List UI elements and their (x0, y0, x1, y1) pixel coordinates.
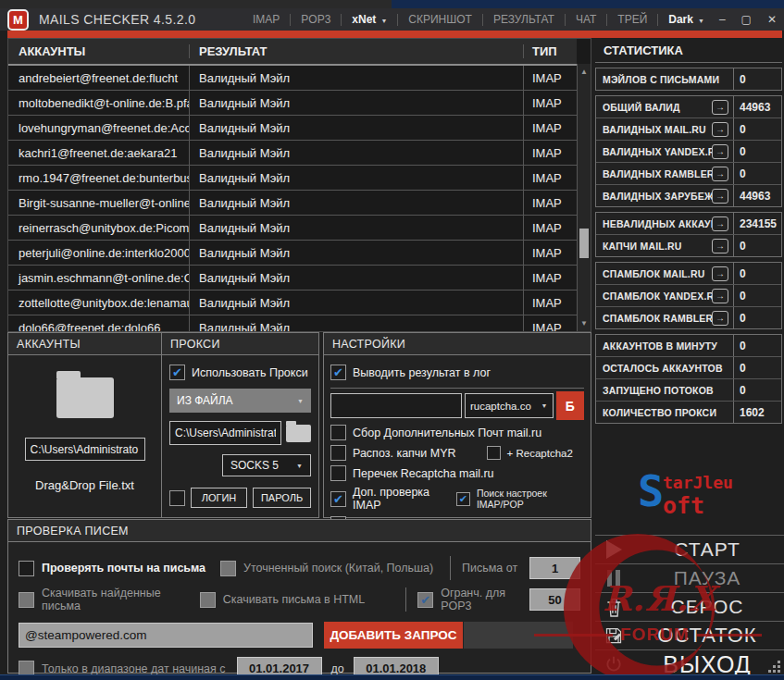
download-found-checkbox[interactable] (19, 592, 34, 608)
minimize-button[interactable]: ‒ (719, 13, 726, 26)
captcha-myr-checkbox[interactable] (330, 445, 346, 461)
stat-row: НЕВАЛИДНЫХ АККАУНТОВ→234155 (596, 213, 781, 235)
top-menu: IMAP POP3 xNet▼ СКРИНШОТ РЕЗУЛЬТАТ ЧАТ Т… (253, 13, 704, 26)
export-arrow-icon[interactable]: → (712, 239, 728, 253)
proxy-path-input[interactable] (169, 421, 281, 445)
divider (405, 587, 406, 612)
table-row[interactable]: dolo66@freenet.de:dolo66Валидный МэйлIMA… (8, 315, 577, 332)
recheck-recaptcha-checkbox[interactable] (330, 465, 346, 481)
table-row[interactable]: jasmin.eschmann@t-online.de:OttenВалидны… (8, 266, 577, 291)
theme-selector[interactable]: Dark▼ (668, 13, 704, 26)
menu-item-result[interactable]: РЕЗУЛЬТАТ (493, 13, 554, 26)
reset-button[interactable]: СБРОС (595, 592, 784, 621)
add-query-button[interactable]: ДОБАВИТЬ ЗАПРОС (324, 622, 463, 649)
imap-check-checkbox[interactable] (330, 491, 346, 507)
stats-group: СПАМБЛОК MAIL.RU→0 СПАМБЛОК YANDEX.RU→0 … (595, 262, 782, 329)
recaptcha2-checkbox[interactable] (487, 446, 501, 460)
stat-value: 0 (733, 335, 781, 356)
table-row[interactable]: andrebeiert@freenet.de:fluchtВалидный Мэ… (8, 66, 577, 91)
letters-from-label: Письма от (462, 562, 517, 575)
scrollbar-thumb[interactable] (579, 229, 589, 258)
table-row[interactable]: peterjuli@online.de:interklo2000Валидный… (8, 241, 577, 266)
menu-item-screenshot[interactable]: СКРИНШОТ (408, 13, 472, 26)
scroll-down-icon[interactable]: ▼ (578, 319, 591, 328)
stat-value: 0 (733, 68, 781, 90)
pause-button[interactable]: ПАУЗА (595, 563, 784, 592)
table-row[interactable]: rmo.1947@freenet.de:bunterbusВалидный Мэ… (8, 166, 577, 191)
table-row[interactable]: moltobenedikt@t-online.de:B.pfaff65Валид… (8, 91, 577, 116)
table-row[interactable]: kachri1@freenet.de:aekara21Валидный Мэйл… (8, 141, 577, 166)
brand-logo: S tarJleu oft (638, 473, 741, 525)
table-header: АККАУНТЫ РЕЗУЛЬТАТ ТИП (8, 39, 577, 66)
desktop-sliver-top (0, 0, 784, 8)
stat-row: ОБЩИЙ ВАЛИД→44963 (596, 96, 781, 118)
captcha-key-input[interactable] (330, 393, 462, 418)
export-arrow-icon[interactable]: → (712, 167, 728, 181)
start-button[interactable]: СТАРТ (595, 535, 784, 563)
menu-separator (657, 14, 658, 26)
proxy-auth-checkbox[interactable] (169, 490, 185, 506)
export-arrow-icon[interactable]: → (712, 266, 728, 281)
table-row[interactable]: zottellotte@unitybox.de:lenamaus77Валидн… (8, 291, 577, 315)
stat-value: 44963 (733, 185, 781, 206)
window-controls: ‒ ▢ ✕ (719, 13, 777, 26)
menu-item-chat[interactable]: ЧАТ (576, 13, 596, 26)
letters-from-input[interactable] (529, 557, 580, 579)
export-arrow-icon[interactable]: → (712, 144, 728, 159)
resize-grip[interactable] (769, 661, 780, 673)
table-scrollbar[interactable]: ▲ ▼ (577, 64, 591, 331)
maximize-button[interactable]: ▢ (741, 13, 752, 26)
folder-icon[interactable] (286, 425, 311, 442)
query-queue-box (464, 622, 573, 649)
export-arrow-icon[interactable]: → (712, 289, 728, 303)
captcha-service-dropdown[interactable]: rucaptcha.co▼ (465, 393, 554, 418)
chevron-down-icon: ▼ (296, 463, 303, 469)
proxy-type-dropdown[interactable]: SOCKS 5▼ (222, 454, 311, 476)
query-input[interactable] (19, 623, 313, 648)
proxy-panel-title: ПРОКСИ (162, 333, 318, 355)
chevron-down-icon: ▼ (541, 402, 548, 409)
menu-item-xnet[interactable]: xNet▼ (352, 13, 387, 26)
right-bottom-section: S tarJleu oft СТАРТ ПАУЗА СБРОС (595, 415, 784, 675)
folder-icon[interactable] (56, 377, 114, 418)
table-row[interactable]: reinerrasch@unitybox.de:Picomerr20Валидн… (8, 216, 577, 241)
check-mails-checkbox[interactable] (19, 561, 34, 576)
export-arrow-icon[interactable]: → (712, 189, 728, 204)
remainder-button[interactable]: ОСТАТОК (595, 621, 784, 649)
chevron-down-icon: ▼ (380, 18, 387, 24)
export-arrow-icon[interactable]: → (712, 100, 728, 115)
menu-item-tray[interactable]: ТРЕЙ (617, 13, 647, 26)
accent-strip (7, 31, 782, 38)
log-output-checkbox[interactable] (330, 365, 346, 380)
refined-search-checkbox[interactable] (220, 561, 236, 576)
column-header-result: РЕЗУЛЬТАТ (189, 44, 523, 58)
balance-button[interactable]: Б (556, 391, 584, 420)
export-arrow-icon[interactable]: → (712, 216, 728, 231)
accounts-panel: АККАУНТЫ Drag&Drop File.txt (7, 332, 162, 518)
stat-value: 0 (733, 141, 781, 162)
imap-settings-search-checkbox[interactable] (456, 492, 470, 506)
download-html-checkbox[interactable] (200, 592, 216, 608)
scroll-up-icon[interactable]: ▲ (578, 68, 591, 76)
stat-row: ОСТАЛОСЬ АККАУНТОВ0 (596, 357, 781, 379)
password-button[interactable]: ПАРОЛЬ (253, 488, 311, 508)
date-to-label: до (331, 662, 344, 675)
stat-row: АККАУНТОВ В МИНУТУ0 (596, 335, 781, 357)
menu-item-imap[interactable]: IMAP (253, 13, 280, 26)
use-proxy-checkbox[interactable] (169, 365, 185, 380)
collect-mailru-checkbox[interactable] (330, 425, 346, 440)
close-button[interactable]: ✕ (767, 13, 777, 26)
log-output-label: Выводить результат в лог (353, 366, 491, 379)
export-arrow-icon[interactable]: → (712, 122, 728, 137)
accounts-path-input[interactable] (25, 438, 145, 461)
pop3-limit-checkbox[interactable] (417, 592, 433, 608)
menu-item-pop3[interactable]: POP3 (301, 13, 330, 26)
stat-row: КАПЧИ MAIL.RU→0 (596, 235, 781, 256)
table-row[interactable]: Birgit-susanne-mueller@t-online.de:Валид… (8, 191, 577, 216)
export-arrow-icon[interactable]: → (712, 311, 728, 326)
pop3-limit-input[interactable] (529, 588, 580, 611)
stat-row: СПАМБЛОК YANDEX.RU→0 (596, 285, 781, 307)
table-row[interactable]: lovehungryman@freenet.de:Accept4Валидный… (8, 116, 577, 141)
proxy-source-dropdown[interactable]: ИЗ ФАЙЛА▼ (169, 389, 311, 413)
login-button[interactable]: ЛОГИН (191, 488, 247, 508)
